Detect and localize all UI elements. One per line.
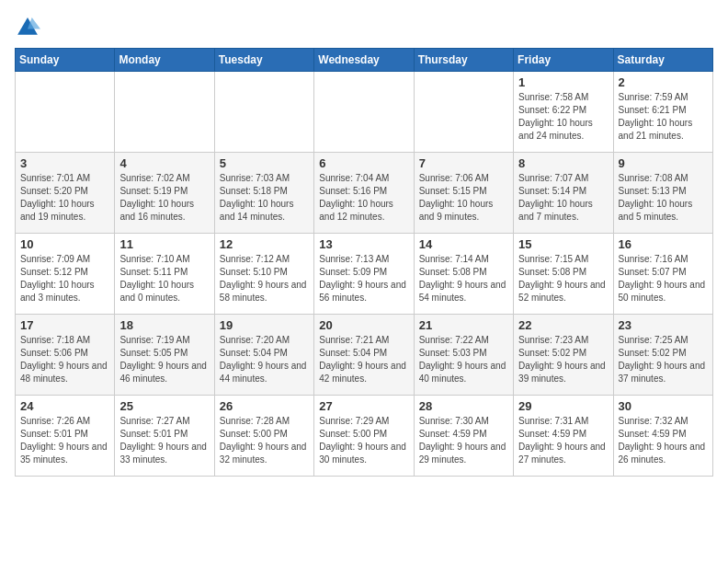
day-number: 8	[518, 156, 608, 170]
day-info: Sunrise: 7:12 AM Sunset: 5:10 PM Dayligh…	[220, 253, 309, 304]
calendar-body: 1Sunrise: 7:58 AM Sunset: 6:22 PM Daylig…	[16, 72, 713, 477]
calendar-cell: 6Sunrise: 7:04 AM Sunset: 5:16 PM Daylig…	[314, 153, 414, 234]
day-info: Sunrise: 7:58 AM Sunset: 6:22 PM Dayligh…	[518, 91, 608, 143]
day-number: 18	[119, 318, 209, 332]
calendar-cell: 19Sunrise: 7:20 AM Sunset: 5:04 PM Dayli…	[214, 315, 313, 396]
calendar-header: SundayMondayTuesdayWednesdayThursdayFrid…	[16, 49, 713, 72]
day-info: Sunrise: 7:22 AM Sunset: 5:03 PM Dayligh…	[419, 334, 508, 385]
day-number: 23	[619, 318, 708, 332]
day-info: Sunrise: 7:07 AM Sunset: 5:14 PM Dayligh…	[518, 172, 608, 224]
day-number: 15	[518, 237, 608, 251]
calendar-cell: 4Sunrise: 7:02 AM Sunset: 5:19 PM Daylig…	[115, 153, 214, 234]
day-number: 3	[20, 156, 109, 170]
day-info: Sunrise: 7:25 AM Sunset: 5:02 PM Dayligh…	[619, 334, 708, 385]
day-number: 5	[220, 156, 309, 170]
day-info: Sunrise: 7:30 AM Sunset: 4:59 PM Dayligh…	[419, 415, 508, 466]
day-info: Sunrise: 7:32 AM Sunset: 4:59 PM Dayligh…	[619, 415, 708, 466]
calendar-cell: 2Sunrise: 7:59 AM Sunset: 6:21 PM Daylig…	[613, 72, 712, 153]
day-info: Sunrise: 7:20 AM Sunset: 5:04 PM Dayligh…	[220, 334, 309, 385]
calendar-cell	[16, 72, 115, 153]
day-number: 4	[119, 156, 209, 170]
calendar-table: SundayMondayTuesdayWednesdayThursdayFrid…	[15, 48, 713, 477]
day-number: 9	[619, 156, 708, 170]
day-info: Sunrise: 7:31 AM Sunset: 4:59 PM Dayligh…	[518, 415, 608, 466]
logo-icon	[15, 15, 40, 40]
logo	[15, 15, 44, 40]
day-info: Sunrise: 7:28 AM Sunset: 5:00 PM Dayligh…	[220, 415, 309, 466]
day-number: 12	[220, 237, 309, 251]
day-number: 17	[20, 318, 109, 332]
day-info: Sunrise: 7:27 AM Sunset: 5:01 PM Dayligh…	[119, 415, 209, 466]
day-info: Sunrise: 7:06 AM Sunset: 5:15 PM Dayligh…	[419, 172, 508, 224]
day-info: Sunrise: 7:21 AM Sunset: 5:04 PM Dayligh…	[319, 334, 408, 385]
day-number: 16	[619, 237, 708, 251]
day-number: 30	[619, 399, 708, 413]
day-info: Sunrise: 7:08 AM Sunset: 5:13 PM Dayligh…	[619, 172, 708, 224]
day-number: 6	[319, 156, 408, 170]
calendar-cell: 28Sunrise: 7:30 AM Sunset: 4:59 PM Dayli…	[414, 396, 513, 477]
calendar-cell: 25Sunrise: 7:27 AM Sunset: 5:01 PM Dayli…	[115, 396, 214, 477]
calendar-cell: 24Sunrise: 7:26 AM Sunset: 5:01 PM Dayli…	[16, 396, 115, 477]
weekday-header-monday: Monday	[115, 49, 214, 72]
calendar-cell: 13Sunrise: 7:13 AM Sunset: 5:09 PM Dayli…	[314, 234, 414, 315]
day-number: 10	[20, 237, 109, 251]
day-number: 27	[319, 399, 408, 413]
day-number: 22	[518, 318, 608, 332]
day-number: 19	[220, 318, 309, 332]
day-number: 29	[518, 399, 608, 413]
day-info: Sunrise: 7:59 AM Sunset: 6:21 PM Dayligh…	[619, 91, 708, 143]
calendar-cell: 18Sunrise: 7:19 AM Sunset: 5:05 PM Dayli…	[115, 315, 214, 396]
calendar-cell	[214, 72, 313, 153]
day-number: 14	[419, 237, 508, 251]
day-number: 13	[319, 237, 408, 251]
calendar-cell	[314, 72, 414, 153]
day-number: 2	[619, 75, 708, 89]
calendar-cell: 11Sunrise: 7:10 AM Sunset: 5:11 PM Dayli…	[115, 234, 214, 315]
day-info: Sunrise: 7:09 AM Sunset: 5:12 PM Dayligh…	[20, 253, 109, 304]
calendar-cell: 1Sunrise: 7:58 AM Sunset: 6:22 PM Daylig…	[514, 72, 613, 153]
day-info: Sunrise: 7:18 AM Sunset: 5:06 PM Dayligh…	[20, 334, 109, 385]
day-info: Sunrise: 7:16 AM Sunset: 5:07 PM Dayligh…	[619, 253, 708, 304]
calendar-cell: 5Sunrise: 7:03 AM Sunset: 5:18 PM Daylig…	[214, 153, 313, 234]
day-number: 11	[119, 237, 209, 251]
calendar-cell: 3Sunrise: 7:01 AM Sunset: 5:20 PM Daylig…	[16, 153, 115, 234]
calendar-cell: 17Sunrise: 7:18 AM Sunset: 5:06 PM Dayli…	[16, 315, 115, 396]
weekday-header-thursday: Thursday	[414, 49, 513, 72]
calendar-cell: 16Sunrise: 7:16 AM Sunset: 5:07 PM Dayli…	[613, 234, 712, 315]
day-info: Sunrise: 7:29 AM Sunset: 5:00 PM Dayligh…	[319, 415, 408, 466]
day-number: 20	[319, 318, 408, 332]
day-info: Sunrise: 7:04 AM Sunset: 5:16 PM Dayligh…	[319, 172, 408, 224]
calendar-cell: 15Sunrise: 7:15 AM Sunset: 5:08 PM Dayli…	[514, 234, 613, 315]
day-number: 25	[119, 399, 209, 413]
day-info: Sunrise: 7:01 AM Sunset: 5:20 PM Dayligh…	[20, 172, 109, 224]
calendar-cell: 20Sunrise: 7:21 AM Sunset: 5:04 PM Dayli…	[314, 315, 414, 396]
calendar-cell: 22Sunrise: 7:23 AM Sunset: 5:02 PM Dayli…	[514, 315, 613, 396]
day-number: 21	[419, 318, 508, 332]
calendar-cell: 26Sunrise: 7:28 AM Sunset: 5:00 PM Dayli…	[214, 396, 313, 477]
day-info: Sunrise: 7:15 AM Sunset: 5:08 PM Dayligh…	[518, 253, 608, 304]
weekday-header-tuesday: Tuesday	[214, 49, 313, 72]
weekday-header-friday: Friday	[514, 49, 613, 72]
calendar-cell: 12Sunrise: 7:12 AM Sunset: 5:10 PM Dayli…	[214, 234, 313, 315]
day-info: Sunrise: 7:14 AM Sunset: 5:08 PM Dayligh…	[419, 253, 508, 304]
calendar-cell: 30Sunrise: 7:32 AM Sunset: 4:59 PM Dayli…	[613, 396, 712, 477]
calendar-cell: 8Sunrise: 7:07 AM Sunset: 5:14 PM Daylig…	[514, 153, 613, 234]
day-number: 7	[419, 156, 508, 170]
day-info: Sunrise: 7:26 AM Sunset: 5:01 PM Dayligh…	[20, 415, 109, 466]
calendar-cell: 23Sunrise: 7:25 AM Sunset: 5:02 PM Dayli…	[613, 315, 712, 396]
weekday-header-saturday: Saturday	[613, 49, 712, 72]
calendar-cell: 27Sunrise: 7:29 AM Sunset: 5:00 PM Dayli…	[314, 396, 414, 477]
day-info: Sunrise: 7:10 AM Sunset: 5:11 PM Dayligh…	[119, 253, 209, 304]
day-number: 28	[419, 399, 508, 413]
calendar-cell	[115, 72, 214, 153]
calendar-cell: 7Sunrise: 7:06 AM Sunset: 5:15 PM Daylig…	[414, 153, 513, 234]
day-number: 26	[220, 399, 309, 413]
day-info: Sunrise: 7:23 AM Sunset: 5:02 PM Dayligh…	[518, 334, 608, 385]
calendar-cell: 14Sunrise: 7:14 AM Sunset: 5:08 PM Dayli…	[414, 234, 513, 315]
day-info: Sunrise: 7:02 AM Sunset: 5:19 PM Dayligh…	[119, 172, 209, 224]
weekday-header-wednesday: Wednesday	[314, 49, 414, 72]
day-info: Sunrise: 7:13 AM Sunset: 5:09 PM Dayligh…	[319, 253, 408, 304]
calendar-cell: 29Sunrise: 7:31 AM Sunset: 4:59 PM Dayli…	[514, 396, 613, 477]
day-number: 1	[518, 75, 608, 89]
day-number: 24	[20, 399, 109, 413]
